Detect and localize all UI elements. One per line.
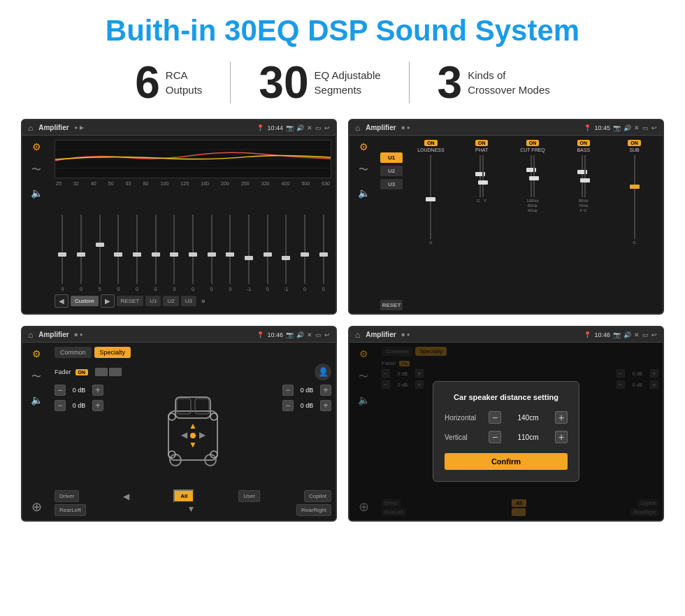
eq-slider-2[interactable]: 5 (92, 215, 108, 292)
phat-slider-1[interactable] (480, 155, 481, 197)
eq-slider-6[interactable]: 0 (166, 215, 182, 292)
cutfreq-slider-2[interactable] (533, 155, 535, 197)
eq-reset-btn[interactable]: RESET (117, 296, 144, 306)
minimize-icon-3[interactable]: ▭ (315, 331, 322, 338)
fader-minus-4[interactable]: − (282, 400, 294, 411)
back-icon-2[interactable]: ↩ (651, 124, 657, 131)
loudness-slider[interactable] (430, 155, 431, 239)
bass-slider-1[interactable] (582, 155, 583, 197)
minimize-icon-2[interactable]: ▭ (642, 124, 649, 131)
fader-minus-3[interactable]: − (282, 385, 294, 396)
btn-rearright[interactable]: RearRight (296, 504, 331, 516)
btn-all[interactable]: All (173, 489, 194, 503)
tab-common[interactable]: Common (55, 347, 92, 358)
fader-down-arrow[interactable]: ▼ (187, 504, 195, 516)
fader-db-row-4: − 0 dB + (282, 400, 331, 411)
eq-slider-4[interactable]: 0 (129, 215, 145, 292)
bass-on[interactable]: ON (577, 140, 591, 146)
eq-prev-btn[interactable]: ◀ (55, 294, 68, 308)
eq-slider-9[interactable]: 0 (222, 215, 238, 292)
btn-user[interactable]: User (238, 490, 260, 502)
confirm-button[interactable]: Confirm (445, 453, 568, 470)
eq-slider-5[interactable]: 0 (147, 215, 164, 292)
eq-slider-7[interactable]: 0 (185, 215, 201, 292)
home-icon-4[interactable]: ⌂ (355, 330, 360, 340)
home-icon-2[interactable]: ⌂ (355, 123, 360, 133)
fader-filter-icon[interactable]: ⚙ (32, 348, 41, 359)
minimize-icon-4[interactable]: ▭ (642, 331, 649, 338)
horizontal-plus-btn[interactable]: + (555, 411, 568, 424)
loudness-on[interactable]: ON (424, 140, 438, 146)
phat-on[interactable]: ON (475, 140, 489, 146)
eq-slider-12[interactable]: -1 (278, 215, 294, 292)
fader-minus-2[interactable]: − (55, 400, 66, 411)
fader-speaker-icon[interactable]: 🔈 (31, 394, 43, 406)
eq-filter-icon[interactable]: ⚙ (32, 141, 41, 152)
amp-u3-btn[interactable]: U3 (380, 179, 403, 189)
amp-wave-icon[interactable]: 〜 (359, 164, 368, 176)
amp-u1-btn[interactable]: U1 (380, 152, 403, 163)
sub-on[interactable]: ON (628, 140, 641, 146)
volume-icon-1: 🔊 (296, 124, 304, 131)
tab-specialty[interactable]: Specialty (94, 347, 131, 358)
btn-rearleft[interactable]: RearLeft (55, 504, 86, 516)
eq-u1-btn[interactable]: U1 (145, 296, 161, 306)
close-icon-4[interactable]: ✕ (634, 331, 640, 338)
topbar-title-1: Amplifier (38, 124, 68, 131)
close-icon-1[interactable]: ✕ (307, 124, 312, 131)
eq-slider-10[interactable]: -1 (241, 215, 257, 292)
eq-u2-btn[interactable]: U2 (163, 296, 178, 306)
close-icon-3[interactable]: ✕ (307, 331, 312, 338)
eq-slider-0[interactable]: 0 (55, 215, 71, 292)
fader-plus-2[interactable]: + (92, 400, 103, 411)
eq-slider-11[interactable]: 0 (259, 215, 275, 292)
vertical-plus-btn[interactable]: + (555, 431, 568, 443)
btn-copilot[interactable]: Copilot (304, 490, 331, 502)
back-icon-3[interactable]: ↩ (324, 331, 330, 338)
eq-sliders-area: 0 0 5 0 (55, 189, 331, 292)
eq-text-2: Segments (315, 83, 381, 97)
back-icon-4[interactable]: ↩ (651, 331, 657, 338)
bass-slider-2[interactable] (584, 155, 586, 197)
vertical-minus-btn[interactable]: − (489, 431, 501, 443)
eq-u3-btn[interactable]: U3 (181, 296, 196, 306)
sub-slider[interactable] (634, 155, 635, 239)
eq-slider-3[interactable]: 0 (110, 215, 127, 292)
fader-plus-4[interactable]: + (320, 400, 331, 411)
topbar-dots-4: ■ ● (402, 331, 410, 338)
fader-minus-1[interactable]: − (55, 385, 66, 396)
fader-balance-icon[interactable]: ⊕ (31, 499, 42, 515)
dialog-overlay: Car speaker distance setting Horizontal … (349, 343, 663, 520)
phat-slider-2[interactable] (482, 155, 484, 197)
close-icon-2[interactable]: ✕ (634, 124, 640, 131)
eq-slider-1[interactable]: 0 (73, 215, 89, 292)
eq-custom-btn[interactable]: Custom (71, 296, 99, 306)
fader-val-4: 0 dB (296, 402, 317, 409)
eq-slider-14[interactable]: 0 (315, 215, 331, 292)
horizontal-minus-btn[interactable]: − (489, 411, 501, 424)
page-title: Buith-in 30EQ DSP Sound System (106, 14, 579, 48)
amp-filter-icon[interactable]: ⚙ (359, 141, 368, 152)
eq-wave-icon[interactable]: 〜 (31, 164, 41, 176)
fader-plus-1[interactable]: + (92, 385, 103, 396)
eq-slider-8[interactable]: 0 (203, 215, 219, 292)
amp-u2-btn[interactable]: U2 (380, 166, 403, 176)
fader-main: Common Specialty Fader ON 👤 (50, 343, 336, 520)
fader-left-arrow[interactable]: ◀ (123, 492, 129, 501)
amp-sub-col: ON SUB G (610, 140, 658, 245)
btn-driver[interactable]: Driver (55, 490, 79, 502)
eq-speaker-icon[interactable]: 🔈 (31, 187, 43, 199)
home-icon-3[interactable]: ⌂ (28, 330, 33, 340)
amp-reset-btn[interactable]: RESET (380, 300, 403, 310)
minimize-icon-1[interactable]: ▭ (315, 124, 322, 131)
fader-wave-icon[interactable]: 〜 (31, 371, 41, 383)
fader-plus-3[interactable]: + (320, 385, 331, 396)
cutfreq-on[interactable]: ON (526, 140, 540, 146)
fader-on-badge[interactable]: ON (75, 369, 89, 375)
amp-speaker-icon[interactable]: 🔈 (358, 187, 370, 199)
eq-next-btn[interactable]: ▶ (101, 294, 115, 308)
fader-person-icon[interactable]: 👤 (315, 364, 331, 380)
home-icon-1[interactable]: ⌂ (28, 123, 33, 133)
back-icon-1[interactable]: ↩ (324, 124, 330, 131)
eq-slider-13[interactable]: 0 (297, 215, 313, 292)
